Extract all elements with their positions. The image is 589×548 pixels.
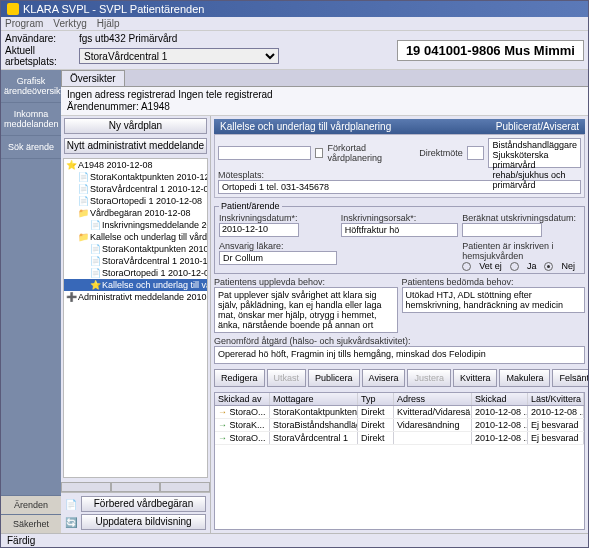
orsak-label: Inskrivningsorsak*:: [341, 213, 459, 223]
arbetsplats-select[interactable]: StoraVårdcentral 1: [79, 48, 279, 64]
prep-icon: 📄: [65, 499, 77, 510]
panel-header: Kallelse och underlag till vårdplanering…: [214, 119, 585, 134]
tree-node[interactable]: 📄StoraVårdcentral 1 2010-12-08: [64, 183, 207, 195]
menu-program[interactable]: Program: [5, 18, 43, 29]
nav-sakerhet[interactable]: Säkerhet: [1, 514, 61, 533]
radio-nej[interactable]: [544, 262, 553, 271]
menubar: Program Verktyg Hjälp: [1, 17, 588, 30]
anvandare-value: fgs utb432 Primärvård: [79, 33, 177, 44]
arbetsplats-label: Aktuell arbetsplats:: [5, 45, 75, 67]
avisera-button[interactable]: Avisera: [362, 369, 406, 387]
orsak-value: Höftfraktur hö: [341, 223, 459, 237]
direktmote-dropdown[interactable]: [467, 146, 485, 160]
tree-node[interactable]: 📄Inskrivningsmeddelande 2010-1: [64, 219, 207, 231]
status-line2: Ärendenummer: A1948: [67, 101, 582, 113]
menu-hjalp[interactable]: Hjälp: [97, 18, 120, 29]
col-header[interactable]: Adress: [394, 393, 472, 405]
refresh-icon: 🔄: [65, 517, 77, 528]
hemsjuk-label: Patienten är inskriven i hemsjukvården: [462, 241, 580, 261]
patient-legend: Patient/ärende: [219, 201, 282, 211]
uppdatera-button[interactable]: Uppdatera bildvisning: [81, 514, 206, 530]
publicera-button[interactable]: Publicera: [308, 369, 360, 387]
nav-inkomna[interactable]: Inkomna meddelanden: [1, 103, 61, 136]
inskr-date[interactable]: 2010-12-10: [219, 223, 299, 237]
titlebar: KLARA SVPL - SVPL Patientärenden: [1, 1, 588, 17]
tab-oversikter[interactable]: Översikter: [61, 70, 125, 86]
sent-table: Skickad avMottagareTypAdressSkickadLäst/…: [214, 392, 585, 530]
upplevda-text: Pat upplever själv svårighet att klara s…: [214, 287, 398, 333]
ansvarig-value: Dr Collum: [219, 251, 337, 265]
statusbar: Färdig: [1, 533, 588, 547]
direktmote-label: Direktmöte: [419, 148, 463, 158]
nytt-meddelande-button[interactable]: Nytt administrativt meddelande: [64, 138, 207, 154]
radio-vetej[interactable]: [462, 262, 471, 271]
col-header[interactable]: Läst/Kvittera: [528, 393, 584, 405]
tree-node[interactable]: 📁Kallelse och underlag till vårdpla: [64, 231, 207, 243]
left-nav: Grafisk ärendeöversikt Inkomna meddeland…: [1, 70, 61, 533]
felsänt-button[interactable]: Felsänt: [552, 369, 588, 387]
col-header[interactable]: Skickad av: [215, 393, 270, 405]
upplevda-label: Patientens upplevda behov:: [214, 277, 398, 287]
tabs: Översikter: [61, 70, 588, 87]
tree-node[interactable]: 📄StoraKontaktpunkten 2010: [64, 243, 207, 255]
berak-date[interactable]: [462, 223, 542, 237]
tree-node[interactable]: 📁Vårdbegäran 2010-12-08: [64, 207, 207, 219]
menu-verktyg[interactable]: Verktyg: [53, 18, 86, 29]
radio-ja[interactable]: [510, 262, 519, 271]
utkast-button: Utkast: [267, 369, 307, 387]
inskr-label: Inskrivningsdatum*:: [219, 213, 337, 223]
atgard-label: Genomförd åtgärd (hälso- och sjukvårdsak…: [214, 336, 585, 346]
patient-fieldset: Patient/ärende Inskrivningsdatum*: 2010-…: [214, 201, 585, 274]
tree-node[interactable]: 📄StoraOrtopedi 1 2010-12-08: [64, 195, 207, 207]
forbered-button[interactable]: Förbered vårdbegäran: [81, 496, 206, 512]
nav-sok[interactable]: Sök ärende: [1, 136, 61, 159]
roles-box: Biståndshandläggare Sjuksköterska primär…: [488, 138, 581, 168]
tree-scrollbar[interactable]: [61, 482, 210, 492]
ny-vardplan-button[interactable]: Ny vårdplan: [64, 118, 207, 134]
patient-id: 19 041001-9806 Mus Mimmi: [397, 40, 584, 61]
tree-node[interactable]: ⭐A1948 2010-12-08: [64, 159, 207, 171]
bedomda-label: Patientens bedömda behov:: [402, 277, 586, 287]
panel-status: Publicerat/Aviserat: [496, 121, 579, 132]
panel-title: Kallelse och underlag till vårdplanering: [220, 121, 391, 132]
tree-node[interactable]: 📄StoraKontaktpunkten 2010-12-0: [64, 171, 207, 183]
ansvarig-label: Ansvarig läkare:: [219, 241, 337, 251]
berak-label: Beräknat utskrivningsdatum:: [462, 213, 580, 223]
forkortad-checkbox[interactable]: [315, 148, 324, 158]
anvandare-label: Användare:: [5, 33, 75, 44]
justera-button: Justera: [407, 369, 451, 387]
status-strip: Ingen adress registrerad Ingen tele regi…: [61, 87, 588, 116]
table-row[interactable]: → StoraO...StoraKontaktpunktenDirektKvit…: [215, 406, 584, 419]
status-line1: Ingen adress registrerad Ingen tele regi…: [67, 89, 582, 101]
meeting-dropdown[interactable]: [218, 146, 311, 160]
makulera-button[interactable]: Makulera: [499, 369, 550, 387]
tree-node[interactable]: ⭐Kallelse och underlag till vå: [64, 279, 207, 291]
kvittera-button[interactable]: Kvittera: [453, 369, 498, 387]
redigera-button[interactable]: Redigera: [214, 369, 265, 387]
bedomda-text: Utökad HTJ, ADL stöttning efter hemskriv…: [402, 287, 586, 313]
tree-node[interactable]: ➕Administrativt meddelande 2010: [64, 291, 207, 303]
table-row[interactable]: → StoraO...StoraVårdcentral 1Direkt2010-…: [215, 432, 584, 445]
tree-view[interactable]: ⭐A1948 2010-12-08📄StoraKontaktpunkten 20…: [63, 158, 208, 478]
tree-node[interactable]: 📄StoraVårdcentral 1 2010-1: [64, 255, 207, 267]
action-button-row: RedigeraUtkastPubliceraAviseraJusteraKvi…: [214, 367, 585, 389]
user-row: Användare: fgs utb432 Primärvård Aktuell…: [1, 30, 588, 70]
tree-node[interactable]: 📄StoraOrtopedi 1 2010-12-08: [64, 267, 207, 279]
table-row[interactable]: → StoraK...StoraBiståndshandläggareDirek…: [215, 419, 584, 432]
window-title: KLARA SVPL - SVPL Patientärenden: [23, 3, 204, 15]
forkortad-label: Förkortad vårdplanering: [327, 143, 407, 163]
col-header[interactable]: Mottagare: [270, 393, 358, 405]
nav-grafisk[interactable]: Grafisk ärendeöversikt: [1, 70, 61, 103]
app-icon: [7, 3, 19, 15]
col-header[interactable]: Skickad: [472, 393, 528, 405]
atgard-text: Opererad hö höft, Fragmin inj tills hemg…: [214, 346, 585, 364]
nav-arenden[interactable]: Ärenden: [1, 495, 61, 514]
col-header[interactable]: Typ: [358, 393, 394, 405]
